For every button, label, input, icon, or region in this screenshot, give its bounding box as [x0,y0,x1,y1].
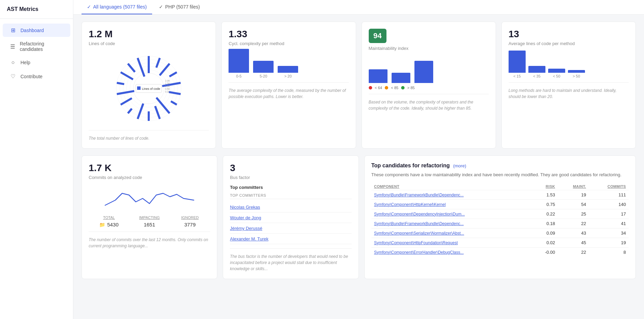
cards-row-2: 1.7 K Commits on analyzed code TOTAL 📁 5… [82,155,636,279]
maint-legend: < 64 < 85 > 85 [369,86,489,90]
committer-link-1[interactable]: Wouter de Jong [230,215,261,220]
sidebar-item-contribute[interactable]: ♡ Contribute [3,70,70,83]
avg-bar-gt50: > 50 [568,70,585,78]
dashboard-content: 1.2 M Lines of code [73,15,644,286]
cell-maint: 43 [558,228,589,238]
tab-bar: ✓ All languages (5077 files) ✓ PHP (5077… [73,0,644,15]
svg-text:0.2K: 0.2K [165,91,170,93]
maint-bar-lt85 [392,73,410,83]
commits-total: 5430 [107,222,118,227]
svg-rect-11 [169,91,181,95]
sidebar-label-refactoring: Refactoring candidates [20,41,63,52]
cell-component: Symfony\Component\HttpKernel\Kernel [371,199,532,209]
tab-all-languages[interactable]: ✓ All languages (5077 files) [82,0,152,14]
refactor-more-link[interactable]: (more) [453,163,466,168]
commits-col-ignored: IGNORED 3779 [170,216,210,227]
committer-link-0[interactable]: Nicolas Grekas [230,205,260,210]
component-link[interactable]: Symfony\Bundle\FrameworkBundle\Dependenc… [374,193,464,197]
card-commits: 1.7 K Commits on analyzed code TOTAL 📁 5… [82,155,217,279]
svg-rect-7 [156,58,161,68]
cell-component: Symfony\Component\HttpFoundation\Request [371,238,532,247]
cell-risk: 1.53 [532,190,558,199]
main-content: ✓ All languages (5077 files) ✓ PHP (5077… [73,0,644,319]
commits-description: The number of commits over the last 12 m… [89,237,210,249]
table-row: Symfony\Component\HttpKernel\Kernel 0.75… [371,199,629,209]
dot-lt64 [369,86,372,89]
sidebar-item-refactoring[interactable]: ☰ Refactoring candidates [3,38,70,55]
table-row: Symfony\Bundle\FrameworkBundle\Dependenc… [371,190,629,199]
col-maint: MAINT. [558,183,589,190]
bus-label: Bus factor [230,175,351,180]
svg-rect-12 [171,100,177,106]
component-link[interactable]: Symfony\Component\ErrorHandler\DebugClas… [374,250,464,255]
app-title: AST Metrics [0,0,73,19]
loc-description: The total number of lines of code. [89,135,209,141]
cell-risk: 0.22 [532,209,558,219]
bar-gt50 [568,70,585,73]
bar-lt85 [392,73,410,83]
component-link[interactable]: Symfony\Component\HttpKernel\Kernel [374,202,446,207]
card-lines-of-code: 1.2 M Lines of code [82,22,216,149]
sunburst-chart: 2.0K 1.5K 1.0K 0.5K 0.2K Lines of code [89,51,209,126]
card-avg-lines: 13 Average lines of code per method < 15… [501,22,636,149]
sidebar-label-help: Help [20,60,30,65]
svg-rect-15 [148,111,150,121]
bar-group-gt20: > 20 [278,66,298,78]
bar-label-lt15: < 15 [513,74,521,78]
bar-lt50 [548,69,565,73]
maint-bar-chart [369,56,489,83]
cell-risk: -0.00 [532,247,558,257]
cell-maint: 54 [558,199,589,209]
committer-link-3[interactable]: Alexander M. Turek [230,236,268,241]
avg-label: Average lines of code per method [509,41,629,46]
committer-row-2: Jérémy Derussé [230,223,351,234]
cell-component: Symfony\Component\Serializer\Normalizer\… [371,228,532,238]
committer-link-2[interactable]: Jérémy Derussé [230,226,262,231]
tab-php[interactable]: ✓ PHP (5077 files) [153,0,205,14]
bar-gt85 [414,61,433,83]
col-commits: COMMITS [589,183,629,190]
component-link[interactable]: Symfony\Component\HttpFoundation\Request [374,240,458,245]
sidebar-item-help[interactable]: ○ Help [3,56,70,69]
component-link[interactable]: Symfony\Component\Serializer\Normalizer\… [374,231,464,236]
tab-all-label: All languages (5077 files) [93,4,147,10]
cell-risk: 0.09 [532,228,558,238]
cell-maint: 25 [558,209,589,219]
svg-rect-19 [117,90,134,95]
cycl-label: Cycl. complexity per method [229,41,349,46]
folder-icon: 📁 [99,222,105,227]
dot-label-lt64: < 64 [375,86,382,90]
sidebar-label-contribute: Contribute [20,74,43,79]
bus-metric: 3 [230,163,351,174]
refactor-title: Top candidates for refactoring [371,163,450,169]
refactor-table-header-row: COMPONENT RISK MAINT. COMMITS [371,183,629,190]
refactor-subtitle: These components have a low maintainabil… [371,171,629,178]
sparkline [89,185,210,212]
commits-value-ignored: 3779 [170,222,210,227]
bus-top-label: Top committers [230,185,351,190]
card-cyclomatic: 1.33 Cycl. complexity per method 0-5 5-2… [221,22,356,149]
component-link[interactable]: Symfony\Component\DependencyInjection\Du… [374,212,465,217]
maint-bar-lt64 [369,69,387,83]
maint-badge: 94 [369,29,386,43]
table-row: Symfony\Bundle\FrameworkBundle\Dependenc… [371,219,629,228]
svg-rect-20 [117,82,125,85]
dot-label-gt85: > 85 [407,86,415,90]
bar-label-gt20: > 20 [284,74,292,78]
cycl-metric: 1.33 [229,29,349,40]
svg-rect-18 [120,97,132,106]
cards-row-1: 1.2 M Lines of code [82,22,636,149]
sidebar-item-dashboard[interactable]: ⊞ Dashboard [3,24,70,37]
maint-bar-gt85 [414,61,433,83]
commits-header-impacting: IMPACTING [129,216,170,220]
check-circle-icon-php: ✓ [159,4,163,10]
bar-lt35 [528,66,545,73]
cycl-bar-chart: 0-5 5-20 > 20 [229,51,349,78]
svg-text:1.5K: 1.5K [165,82,170,85]
component-link[interactable]: Symfony\Bundle\FrameworkBundle\Dependenc… [374,221,464,226]
card-bus-factor: 3 Bus factor Top committers TOP COMMITTE… [223,155,358,279]
svg-text:Lines of code: Lines of code [142,87,160,91]
sidebar-nav: ⊞ Dashboard ☰ Refactoring candidates ○ H… [0,19,73,88]
cycl-description: The average complexity of the code, meas… [229,87,349,100]
bar-label-lt35: < 35 [533,74,541,78]
